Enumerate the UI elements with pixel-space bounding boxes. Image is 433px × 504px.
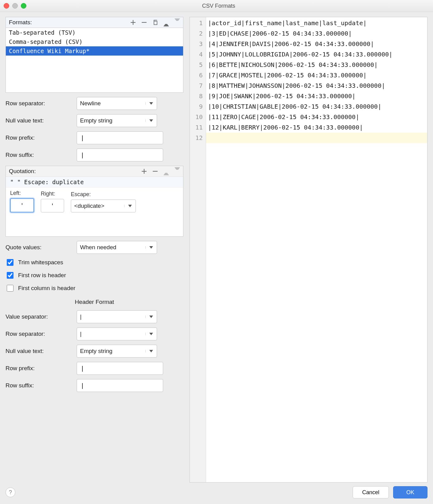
formats-list[interactable]: Tab-separated (TSV)Comma-separated (CSV)…: [6, 28, 183, 93]
move-up-icon[interactable]: [163, 169, 169, 174]
help-icon[interactable]: ?: [6, 487, 15, 497]
chevron-down-icon: [145, 333, 157, 335]
hf-null-text-select[interactable]: Empty string: [77, 345, 157, 358]
add-icon[interactable]: [130, 20, 136, 25]
formats-header: Formats:: [6, 17, 183, 28]
quote-left-label: Left:: [10, 190, 34, 196]
hf-value-separator-select[interactable]: |: [77, 310, 157, 323]
preview-pane[interactable]: 123456789101112 |actor_id|first_name|las…: [190, 17, 427, 483]
quote-right-input[interactable]: [41, 199, 64, 212]
header-format-title: Header Format: [6, 299, 183, 305]
quote-right-label: Right:: [41, 191, 64, 197]
row-prefix-input[interactable]: [77, 131, 163, 144]
move-down-icon[interactable]: [174, 169, 180, 174]
quote-values-label: Quote values:: [6, 244, 73, 251]
quote-values-select[interactable]: When needed: [77, 241, 157, 254]
hf-row-separator-select[interactable]: |: [77, 328, 157, 340]
quotation-section: Quotation: " " Escape: duplicate Left:: [6, 166, 183, 237]
row-separator-label: Row separator:: [6, 100, 73, 107]
first-row-header-label[interactable]: First row is header: [18, 272, 66, 279]
cancel-button[interactable]: Cancel: [353, 486, 389, 498]
move-down-icon[interactable]: [174, 20, 180, 25]
titlebar: CSV Formats: [0, 0, 433, 12]
chevron-down-icon: [145, 350, 157, 352]
hf-row-suffix-input[interactable]: [77, 379, 163, 392]
trim-whitespaces-checkbox[interactable]: [7, 259, 13, 266]
trim-whitespaces-label[interactable]: Trim whitespaces: [18, 259, 63, 266]
move-up-icon[interactable]: [163, 20, 169, 25]
formats-section: Formats: Tab-separated (TSV)Comma-separa…: [6, 17, 183, 93]
first-column-header-label[interactable]: First column is header: [18, 285, 75, 292]
dialog-footer: ? Cancel OK: [0, 483, 433, 504]
add-icon[interactable]: [141, 169, 147, 174]
svg-rect-1: [154, 21, 157, 25]
quote-left-input[interactable]: [10, 198, 34, 212]
hf-null-text-label: Null value text:: [6, 348, 73, 355]
row-prefix-label: Row prefix:: [6, 134, 73, 141]
ok-button[interactable]: OK: [393, 486, 427, 498]
null-text-label: Null value text:: [6, 117, 73, 124]
preview-content: |actor_id|first_name|last_name|last_upda…: [206, 17, 427, 482]
quote-escape-label: Escape:: [71, 191, 136, 198]
chevron-down-icon: [145, 102, 157, 105]
first-row-header-checkbox[interactable]: [7, 272, 13, 279]
null-text-select[interactable]: Empty string: [77, 114, 157, 127]
hf-row-separator-label: Row separator:: [6, 331, 73, 337]
svg-rect-2: [153, 171, 158, 172]
chevron-down-icon: [124, 205, 136, 207]
row-separator-select[interactable]: Newline: [77, 97, 157, 110]
chevron-down-icon: [145, 119, 157, 122]
settings-panel: Formats: Tab-separated (TSV)Comma-separa…: [6, 17, 183, 483]
remove-icon[interactable]: [141, 20, 147, 25]
copy-icon[interactable]: [152, 20, 158, 25]
line-gutter: 123456789101112: [190, 17, 206, 482]
hf-row-prefix-input[interactable]: [77, 362, 163, 375]
row-suffix-input[interactable]: [77, 149, 163, 161]
format-item[interactable]: Confluence Wiki Markup*: [6, 46, 183, 56]
remove-icon[interactable]: [152, 169, 158, 174]
quotation-label: Quotation:: [9, 168, 141, 175]
chevron-down-icon: [145, 316, 157, 318]
row-suffix-label: Row suffix:: [6, 152, 73, 158]
quote-escape-select[interactable]: <duplicate>: [71, 200, 136, 212]
hf-row-prefix-label: Row prefix:: [6, 365, 73, 372]
quotation-summary[interactable]: " " Escape: duplicate: [6, 177, 183, 188]
chevron-down-icon: [145, 246, 157, 249]
hf-value-separator-label: Value separator:: [6, 313, 73, 320]
format-item[interactable]: Comma-separated (CSV): [6, 37, 183, 46]
hf-row-suffix-label: Row suffix:: [6, 382, 73, 389]
format-item[interactable]: Tab-separated (TSV): [6, 28, 183, 37]
svg-rect-0: [142, 22, 147, 23]
formats-label: Formats:: [9, 19, 130, 26]
csv-formats-dialog: CSV Formats Formats: Tab-separated (TSV)…: [0, 0, 433, 504]
first-column-header-checkbox[interactable]: [7, 285, 13, 292]
window-title: CSV Formats: [8, 3, 429, 9]
